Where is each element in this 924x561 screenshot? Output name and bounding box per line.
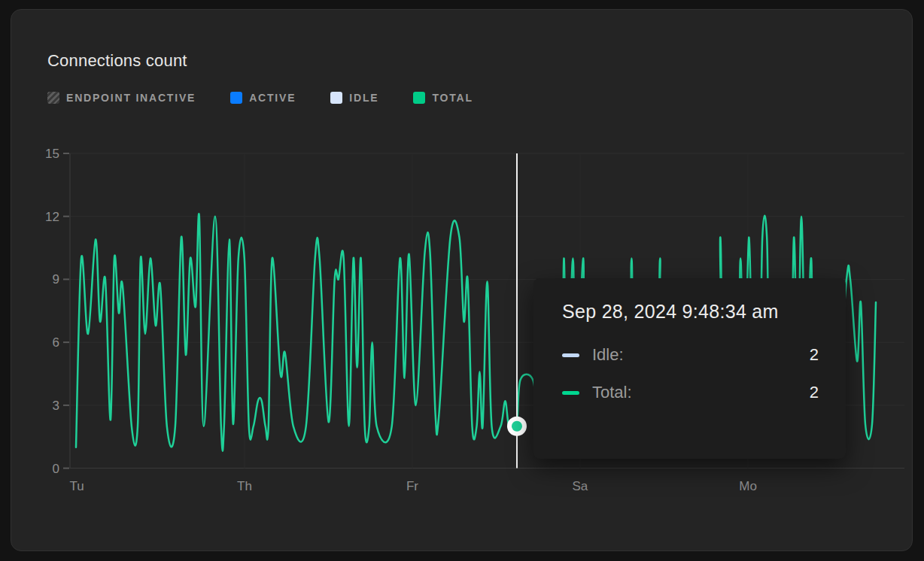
x-tick-label: Mo	[739, 479, 757, 493]
tooltip-row-value: 2	[810, 383, 819, 402]
y-tick-label: 15	[45, 147, 59, 161]
y-tick-label: 6	[53, 335, 59, 350]
idle-swatch-icon	[330, 92, 342, 104]
tooltip-rows: Idle: 2 Total: 2	[562, 345, 819, 402]
tooltip-row-label: Idle:	[592, 345, 624, 365]
chart-area: 03691215TuThFrSaMo Sep 28, 2024 9:48:34 …	[42, 146, 913, 508]
active-swatch-icon	[230, 92, 242, 104]
tooltip-row-idle: Idle: 2	[562, 345, 819, 365]
x-tick-label: Sa	[573, 479, 588, 493]
idle-dash-icon	[562, 353, 579, 357]
y-tick-label: 0	[53, 462, 59, 476]
tooltip-row-total: Total: 2	[562, 383, 819, 402]
tooltip-row-label: Total:	[592, 383, 632, 402]
tooltip-row-value: 2	[810, 345, 819, 365]
legend-item-idle[interactable]: IDLE	[330, 92, 378, 104]
total-swatch-icon	[413, 92, 425, 104]
legend-label: ACTIVE	[249, 92, 296, 104]
y-tick-label: 3	[53, 399, 59, 413]
page-title: Connections count	[47, 51, 912, 71]
legend-label: IDLE	[349, 92, 378, 104]
legend-item-active[interactable]: ACTIVE	[230, 92, 296, 104]
x-tick-label: Tu	[69, 479, 84, 493]
connections-card: Connections count ENDPOINT INACTIVE ACTI…	[11, 9, 913, 551]
y-tick-label: 9	[53, 272, 59, 287]
legend-item-total[interactable]: TOTAL	[413, 92, 473, 104]
legend-item-endpoint-inactive[interactable]: ENDPOINT INACTIVE	[47, 92, 196, 104]
chart-tooltip: Sep 28, 2024 9:48:34 am Idle: 2 Total: 2	[533, 278, 846, 459]
total-dash-icon	[562, 391, 579, 395]
chart-legend: ENDPOINT INACTIVE ACTIVE IDLE TOTAL	[47, 90, 912, 105]
x-tick-label: Th	[237, 479, 252, 493]
legend-label: TOTAL	[432, 92, 473, 104]
legend-label: ENDPOINT INACTIVE	[66, 92, 196, 104]
endpoint-inactive-swatch-icon	[47, 92, 59, 104]
y-tick-label: 12	[45, 210, 59, 224]
tooltip-timestamp: Sep 28, 2024 9:48:34 am	[562, 301, 819, 323]
cursor-marker-dot	[512, 421, 522, 432]
x-tick-label: Fr	[406, 479, 418, 493]
